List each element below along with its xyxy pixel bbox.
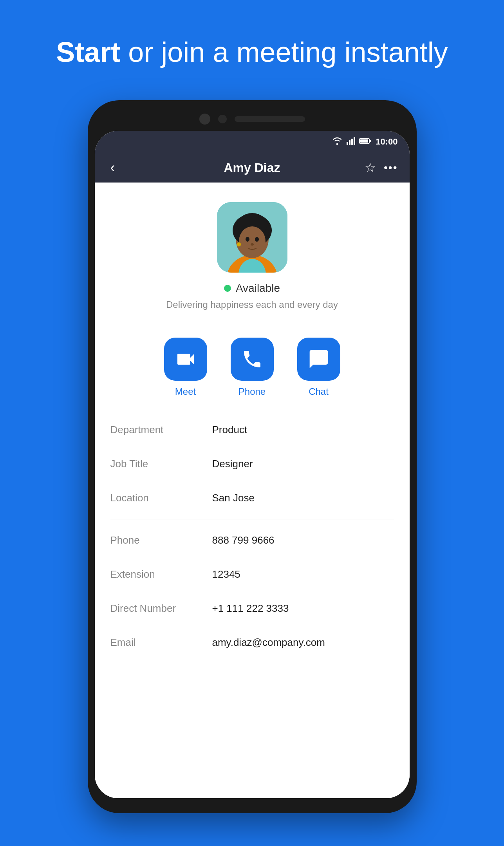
email-label: Email	[110, 636, 212, 649]
chat-button[interactable]	[297, 338, 340, 381]
back-button[interactable]: ‹	[107, 155, 119, 180]
status-icons: 10:00	[332, 136, 397, 147]
phone-camera	[199, 114, 210, 125]
jobtitle-row: Job Title Designer	[110, 447, 394, 481]
svg-rect-3	[354, 137, 355, 145]
phone-button-container: Phone	[231, 338, 274, 397]
svg-rect-2	[351, 139, 353, 145]
location-row: Location San Jose	[110, 481, 394, 515]
action-buttons: Meet Phone	[95, 338, 410, 413]
wifi-icon	[332, 136, 343, 147]
email-row: Email amy.diaz@company.com	[110, 625, 394, 660]
status-text: Available	[236, 282, 280, 295]
details-section: Department Product Job Title Designer Lo…	[95, 413, 410, 660]
signal-icon	[347, 137, 355, 146]
phone-row: Phone 888 799 9666	[110, 523, 394, 557]
direct-number-value: +1 111 222 3333	[212, 602, 289, 615]
meet-button-container: Meet	[164, 338, 207, 397]
battery-icon	[359, 137, 372, 146]
location-value: San Jose	[212, 492, 255, 504]
avatar	[217, 202, 287, 273]
phone-label: Phone	[238, 386, 266, 397]
department-row: Department Product	[110, 413, 394, 447]
phone-hardware-top	[95, 107, 410, 131]
phone-button[interactable]	[231, 338, 274, 381]
headline: Start or join a meeting instantly	[56, 35, 448, 69]
svg-point-16	[246, 237, 249, 242]
extension-value: 12345	[212, 568, 240, 580]
svg-rect-0	[347, 142, 348, 145]
status-row: Available	[224, 282, 280, 295]
extension-row: Extension 12345	[110, 557, 394, 591]
email-value: amy.diaz@company.com	[212, 636, 325, 649]
svg-rect-5	[360, 139, 368, 143]
svg-point-17	[255, 237, 259, 242]
status-time: 10:00	[376, 137, 397, 147]
svg-rect-1	[349, 140, 350, 145]
nav-actions: ☆ •••	[365, 160, 397, 175]
favorite-button[interactable]: ☆	[365, 160, 376, 175]
jobtitle-value: Designer	[212, 458, 253, 470]
content: Available Delivering happiness each and …	[95, 183, 410, 798]
phone-shell: 10:00 ‹ Amy Diaz ☆ •••	[88, 100, 417, 813]
section-divider	[110, 519, 394, 519]
svg-rect-6	[370, 140, 371, 142]
jobtitle-label: Job Title	[110, 458, 212, 470]
phone-sensor	[218, 115, 227, 123]
phone-field-value: 888 799 9666	[212, 534, 275, 546]
direct-number-row: Direct Number +1 111 222 3333	[110, 591, 394, 625]
meet-button[interactable]	[164, 338, 207, 381]
headline-bold: Start	[56, 36, 120, 68]
chat-label: Chat	[309, 386, 329, 397]
svg-point-15	[239, 226, 266, 256]
status-bar: 10:00	[95, 131, 410, 153]
status-dot	[224, 285, 231, 292]
chat-button-container: Chat	[297, 338, 340, 397]
department-label: Department	[110, 424, 212, 436]
phone-screen: 10:00 ‹ Amy Diaz ☆ •••	[95, 131, 410, 798]
svg-point-18	[251, 243, 254, 246]
phone-field-label: Phone	[110, 534, 212, 546]
more-options-button[interactable]: •••	[384, 161, 397, 174]
direct-number-label: Direct Number	[110, 602, 212, 615]
location-label: Location	[110, 492, 212, 504]
phone-speaker	[235, 116, 305, 122]
svg-point-19	[237, 242, 241, 246]
status-message: Delivering happiness each and every day	[166, 299, 338, 310]
nav-title: Amy Diaz	[224, 161, 280, 175]
nav-bar: ‹ Amy Diaz ☆ •••	[95, 153, 410, 183]
meet-label: Meet	[175, 386, 196, 397]
headline-regular: or join a meeting instantly	[120, 36, 448, 68]
department-value: Product	[212, 424, 247, 436]
profile-section: Available Delivering happiness each and …	[95, 183, 410, 338]
extension-label: Extension	[110, 568, 212, 580]
